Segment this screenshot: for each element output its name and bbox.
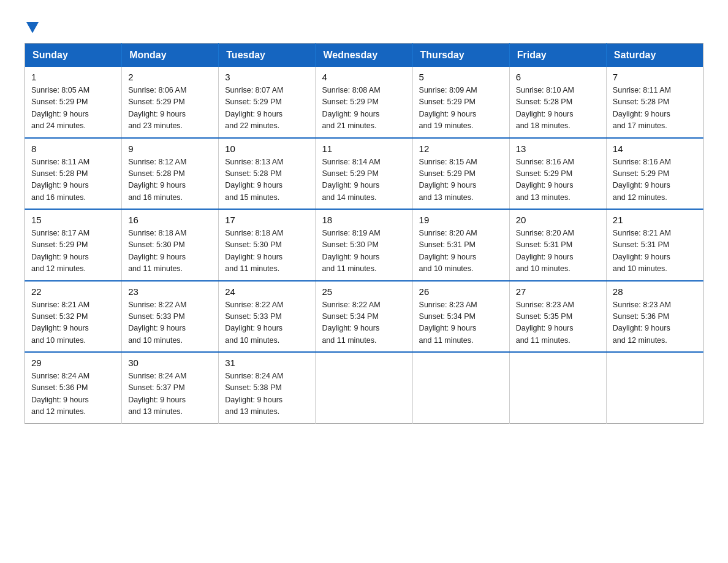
day-number: 21 (613, 215, 697, 225)
col-header-thursday: Thursday (412, 44, 509, 67)
calendar-day-cell: 31 Sunrise: 8:24 AM Sunset: 5:38 PM Dayl… (219, 352, 316, 423)
calendar-day-cell: 25 Sunrise: 8:22 AM Sunset: 5:34 PM Dayl… (316, 281, 412, 353)
day-number: 1 (31, 72, 115, 82)
day-info: Sunrise: 8:23 AM Sunset: 5:35 PM Dayligh… (516, 299, 600, 347)
day-info: Sunrise: 8:21 AM Sunset: 5:32 PM Dayligh… (31, 299, 115, 347)
calendar-day-cell (316, 352, 412, 423)
calendar-day-cell: 10 Sunrise: 8:13 AM Sunset: 5:28 PM Dayl… (219, 138, 316, 210)
day-info: Sunrise: 8:11 AM Sunset: 5:28 PM Dayligh… (613, 85, 697, 132)
day-info: Sunrise: 8:07 AM Sunset: 5:29 PM Dayligh… (225, 85, 309, 132)
calendar-day-cell: 17 Sunrise: 8:18 AM Sunset: 5:30 PM Dayl… (219, 209, 316, 281)
day-info: Sunrise: 8:22 AM Sunset: 5:33 PM Dayligh… (128, 299, 212, 347)
day-number: 13 (516, 144, 600, 154)
calendar-day-cell: 7 Sunrise: 8:11 AM Sunset: 5:28 PM Dayli… (606, 67, 703, 138)
calendar-header-row: SundayMondayTuesdayWednesdayThursdayFrid… (25, 44, 703, 67)
calendar-day-cell: 27 Sunrise: 8:23 AM Sunset: 5:35 PM Dayl… (509, 281, 606, 353)
calendar-day-cell: 15 Sunrise: 8:17 AM Sunset: 5:29 PM Dayl… (25, 209, 122, 281)
day-info: Sunrise: 8:23 AM Sunset: 5:34 PM Dayligh… (419, 299, 503, 347)
day-info: Sunrise: 8:22 AM Sunset: 5:34 PM Dayligh… (322, 299, 406, 347)
calendar-day-cell (509, 352, 606, 423)
calendar-day-cell: 22 Sunrise: 8:21 AM Sunset: 5:32 PM Dayl… (25, 281, 122, 353)
calendar-day-cell: 9 Sunrise: 8:12 AM Sunset: 5:28 PM Dayli… (122, 138, 219, 210)
day-number: 5 (419, 72, 503, 82)
calendar-week-row: 1 Sunrise: 8:05 AM Sunset: 5:29 PM Dayli… (25, 67, 703, 138)
calendar-day-cell: 1 Sunrise: 8:05 AM Sunset: 5:29 PM Dayli… (25, 67, 122, 138)
calendar-day-cell: 30 Sunrise: 8:24 AM Sunset: 5:37 PM Dayl… (122, 352, 219, 423)
calendar-day-cell: 18 Sunrise: 8:19 AM Sunset: 5:30 PM Dayl… (316, 209, 412, 281)
day-info: Sunrise: 8:08 AM Sunset: 5:29 PM Dayligh… (322, 85, 406, 132)
day-number: 3 (225, 72, 309, 82)
calendar-day-cell: 14 Sunrise: 8:16 AM Sunset: 5:29 PM Dayl… (606, 138, 703, 210)
col-header-friday: Friday (509, 44, 606, 67)
calendar-week-row: 8 Sunrise: 8:11 AM Sunset: 5:28 PM Dayli… (25, 138, 703, 210)
calendar-day-cell: 3 Sunrise: 8:07 AM Sunset: 5:29 PM Dayli… (219, 67, 316, 138)
day-info: Sunrise: 8:18 AM Sunset: 5:30 PM Dayligh… (128, 228, 212, 275)
day-info: Sunrise: 8:19 AM Sunset: 5:30 PM Dayligh… (322, 228, 406, 275)
day-info: Sunrise: 8:15 AM Sunset: 5:29 PM Dayligh… (419, 156, 503, 204)
day-info: Sunrise: 8:05 AM Sunset: 5:29 PM Dayligh… (31, 85, 115, 132)
calendar-day-cell: 12 Sunrise: 8:15 AM Sunset: 5:29 PM Dayl… (412, 138, 509, 210)
col-header-sunday: Sunday (25, 44, 122, 67)
day-number: 27 (516, 286, 600, 297)
day-number: 29 (31, 358, 115, 368)
day-info: Sunrise: 8:24 AM Sunset: 5:37 PM Dayligh… (128, 370, 212, 418)
day-number: 7 (613, 72, 697, 82)
day-number: 22 (31, 286, 115, 297)
day-info: Sunrise: 8:09 AM Sunset: 5:29 PM Dayligh… (419, 85, 503, 132)
day-number: 2 (128, 72, 212, 82)
day-number: 10 (225, 144, 309, 154)
day-info: Sunrise: 8:22 AM Sunset: 5:33 PM Dayligh… (225, 299, 309, 347)
day-info: Sunrise: 8:20 AM Sunset: 5:31 PM Dayligh… (419, 228, 503, 275)
day-info: Sunrise: 8:10 AM Sunset: 5:28 PM Dayligh… (516, 85, 600, 132)
day-number: 31 (225, 358, 309, 368)
calendar-week-row: 22 Sunrise: 8:21 AM Sunset: 5:32 PM Dayl… (25, 281, 703, 353)
day-info: Sunrise: 8:14 AM Sunset: 5:29 PM Dayligh… (322, 156, 406, 204)
calendar-day-cell: 4 Sunrise: 8:08 AM Sunset: 5:29 PM Dayli… (316, 67, 412, 138)
day-number: 8 (31, 144, 115, 154)
calendar-day-cell: 21 Sunrise: 8:21 AM Sunset: 5:31 PM Dayl… (606, 209, 703, 281)
day-number: 17 (225, 215, 309, 225)
calendar-day-cell: 20 Sunrise: 8:20 AM Sunset: 5:31 PM Dayl… (509, 209, 606, 281)
day-number: 26 (419, 286, 503, 297)
day-info: Sunrise: 8:20 AM Sunset: 5:31 PM Dayligh… (516, 228, 600, 275)
day-number: 15 (31, 215, 115, 225)
calendar-day-cell: 29 Sunrise: 8:24 AM Sunset: 5:36 PM Dayl… (25, 352, 122, 423)
calendar-week-row: 15 Sunrise: 8:17 AM Sunset: 5:29 PM Dayl… (25, 209, 703, 281)
calendar-day-cell: 16 Sunrise: 8:18 AM Sunset: 5:30 PM Dayl… (122, 209, 219, 281)
day-number: 24 (225, 286, 309, 297)
col-header-wednesday: Wednesday (316, 44, 412, 67)
calendar-day-cell: 2 Sunrise: 8:06 AM Sunset: 5:29 PM Dayli… (122, 67, 219, 138)
day-number: 20 (516, 215, 600, 225)
day-number: 30 (128, 358, 212, 368)
calendar-day-cell: 28 Sunrise: 8:23 AM Sunset: 5:36 PM Dayl… (606, 281, 703, 353)
calendar-table: SundayMondayTuesdayWednesdayThursdayFrid… (25, 43, 703, 424)
calendar-day-cell: 19 Sunrise: 8:20 AM Sunset: 5:31 PM Dayl… (412, 209, 509, 281)
col-header-saturday: Saturday (606, 44, 703, 67)
col-header-monday: Monday (122, 44, 219, 67)
calendar-day-cell: 5 Sunrise: 8:09 AM Sunset: 5:29 PM Dayli… (412, 67, 509, 138)
day-info: Sunrise: 8:23 AM Sunset: 5:36 PM Dayligh… (613, 299, 697, 347)
day-number: 28 (613, 286, 697, 297)
col-header-tuesday: Tuesday (219, 44, 316, 67)
day-info: Sunrise: 8:21 AM Sunset: 5:31 PM Dayligh… (613, 228, 697, 275)
day-number: 4 (322, 72, 406, 82)
calendar-week-row: 29 Sunrise: 8:24 AM Sunset: 5:36 PM Dayl… (25, 352, 703, 423)
calendar-day-cell: 24 Sunrise: 8:22 AM Sunset: 5:33 PM Dayl… (219, 281, 316, 353)
logo (25, 18, 39, 31)
day-number: 23 (128, 286, 212, 297)
day-info: Sunrise: 8:17 AM Sunset: 5:29 PM Dayligh… (31, 228, 115, 275)
calendar-day-cell (606, 352, 703, 423)
calendar-day-cell: 11 Sunrise: 8:14 AM Sunset: 5:29 PM Dayl… (316, 138, 412, 210)
day-number: 6 (516, 72, 600, 82)
day-info: Sunrise: 8:18 AM Sunset: 5:30 PM Dayligh… (225, 228, 309, 275)
day-info: Sunrise: 8:16 AM Sunset: 5:29 PM Dayligh… (613, 156, 697, 204)
calendar-day-cell: 6 Sunrise: 8:10 AM Sunset: 5:28 PM Dayli… (509, 67, 606, 138)
day-info: Sunrise: 8:24 AM Sunset: 5:38 PM Dayligh… (225, 370, 309, 418)
logo-triangle-icon (26, 22, 39, 33)
day-number: 12 (419, 144, 503, 154)
calendar-day-cell: 13 Sunrise: 8:16 AM Sunset: 5:29 PM Dayl… (509, 138, 606, 210)
day-number: 16 (128, 215, 212, 225)
day-info: Sunrise: 8:11 AM Sunset: 5:28 PM Dayligh… (31, 156, 115, 204)
day-info: Sunrise: 8:06 AM Sunset: 5:29 PM Dayligh… (128, 85, 212, 132)
day-number: 14 (613, 144, 697, 154)
